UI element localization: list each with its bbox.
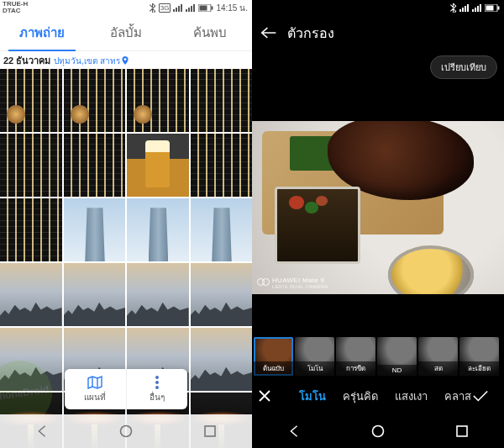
tab-photos[interactable]: ภาพถ่าย <box>0 15 84 50</box>
filter-label: ละเอียด <box>459 361 499 376</box>
filter-thumb-2[interactable]: การขีด <box>336 337 375 376</box>
battery-icon <box>198 4 213 12</box>
svg-rect-21 <box>472 9 474 12</box>
category-item[interactable]: แสงเงา <box>395 387 428 405</box>
svg-rect-7 <box>193 4 195 12</box>
nav-recent-icon[interactable] <box>202 423 218 440</box>
filter-editor-screen: ตัวกรอง เปรียบเทียบ HUAWEI Mate 9 LEICA … <box>252 0 504 448</box>
photo-thumb[interactable] <box>191 198 253 261</box>
photo-thumb[interactable] <box>0 69 62 132</box>
nav-home-icon[interactable] <box>370 423 386 440</box>
filter-thumb-0[interactable]: ต้นฉบับ <box>254 337 293 376</box>
android-nav-bar <box>252 414 504 448</box>
filter-strip[interactable]: ต้นฉบับโมโนการขีดNDสดละเอียด <box>252 337 504 377</box>
edited-photo: HUAWEI Mate 9 LEICA DUAL CAMERA <box>252 121 504 294</box>
back-button[interactable] <box>255 26 282 40</box>
editor-header: ตัวกรอง <box>252 15 504 50</box>
map-icon <box>87 376 102 389</box>
photo-thumb[interactable] <box>191 328 253 391</box>
photo-thumb[interactable] <box>0 198 62 261</box>
photo-thumb[interactable] <box>0 263 62 326</box>
category-list[interactable]: โมโนครุ่นคิดแสงเงาคลาส <box>284 387 472 405</box>
nav-recent-icon[interactable] <box>454 423 470 440</box>
filter-thumb-4[interactable]: สด <box>418 337 458 376</box>
camera-watermark: HUAWEI Mate 9 LEICA DUAL CAMERA <box>257 277 328 289</box>
photo-canvas[interactable]: HUAWEI Mate 9 LEICA DUAL CAMERA <box>252 77 504 337</box>
svg-rect-19 <box>465 6 466 12</box>
category-item[interactable]: ครุ่นคิด <box>343 387 378 405</box>
android-nav-bar <box>0 414 252 448</box>
svg-rect-24 <box>480 4 481 12</box>
tab-discover[interactable]: ค้นพบ <box>168 15 252 50</box>
cancel-button[interactable] <box>257 388 284 403</box>
gallery-tabs: ภาพถ่าย อัลบั้ม ค้นพบ <box>0 15 252 51</box>
photo-thumb[interactable] <box>64 134 126 197</box>
carrier-label: TRUE-H DTAC <box>3 1 28 14</box>
svg-rect-10 <box>212 6 213 9</box>
svg-rect-16 <box>205 426 215 436</box>
svg-point-14 <box>155 386 159 389</box>
svg-rect-29 <box>457 426 467 436</box>
filter-label: ND <box>377 365 417 376</box>
svg-point-15 <box>121 426 132 437</box>
signal-bars-icon <box>472 4 482 12</box>
svg-rect-17 <box>459 9 461 12</box>
category-item[interactable]: คลาส <box>444 387 471 405</box>
nav-back-icon[interactable] <box>286 423 302 440</box>
bottom-action-pill: แผนที่ อื่นๆ <box>65 369 187 409</box>
filter-label: การขีด <box>336 361 375 376</box>
filter-thumb-5[interactable]: ละเอียด <box>459 337 499 376</box>
more-icon <box>155 376 160 389</box>
photo-thumb[interactable] <box>127 198 189 261</box>
svg-rect-0 <box>173 9 175 12</box>
compare-button[interactable]: เปรียบเทียบ <box>430 55 497 79</box>
signal-bars-icon <box>173 4 183 12</box>
svg-rect-9 <box>200 5 207 10</box>
svg-rect-5 <box>188 8 190 12</box>
svg-rect-20 <box>467 4 469 12</box>
photo-thumb[interactable] <box>0 134 62 197</box>
photo-thumb[interactable] <box>127 263 189 326</box>
section-header: 22 ธันวาคม ปทุมวัน,เขต สาทร <box>0 51 252 70</box>
svg-rect-18 <box>462 8 464 12</box>
nav-back-icon[interactable] <box>34 423 50 440</box>
svg-point-12 <box>155 376 159 379</box>
tab-albums[interactable]: อัลบั้ม <box>84 15 168 50</box>
photo-thumb[interactable] <box>191 263 253 326</box>
section-date: 22 ธันวาคม <box>3 53 50 68</box>
svg-rect-26 <box>486 5 494 10</box>
filter-category-bar: โมโนครุ่นคิดแสงเงาคลาส <box>252 377 504 414</box>
photo-thumb[interactable] <box>127 69 189 132</box>
photo-thumb[interactable] <box>191 134 253 197</box>
signal-bars-icon <box>186 4 196 12</box>
signal-icon: 3G <box>159 3 171 13</box>
more-button[interactable]: อื่นๆ <box>127 369 188 409</box>
svg-rect-27 <box>498 6 500 9</box>
map-button[interactable]: แผนที่ <box>65 369 127 409</box>
photo-thumb[interactable] <box>191 69 253 132</box>
svg-rect-3 <box>181 4 182 12</box>
photo-thumb[interactable] <box>64 69 126 132</box>
svg-rect-4 <box>186 9 187 12</box>
map-label: แผนที่ <box>84 391 106 403</box>
category-item[interactable]: โมโน <box>299 387 326 405</box>
bluetooth-icon <box>149 3 156 13</box>
section-location[interactable]: ปทุมวัน,เขต สาทร <box>54 55 129 67</box>
nav-home-icon[interactable] <box>118 423 134 440</box>
page-title: ตัวกรอง <box>287 23 334 44</box>
photo-thumb[interactable] <box>127 134 189 197</box>
filter-label: ต้นฉบับ <box>254 361 293 376</box>
bluetooth-icon <box>449 3 457 13</box>
filter-thumb-3[interactable]: ND <box>377 337 417 376</box>
svg-rect-22 <box>475 8 476 12</box>
filter-label: โมโน <box>295 361 334 376</box>
svg-point-11 <box>123 58 126 61</box>
gallery-screen: TRUE-H DTAC 3G 14:15 น. <box>0 0 252 448</box>
photo-thumb[interactable] <box>64 263 126 326</box>
confirm-button[interactable] <box>472 389 499 403</box>
svg-rect-23 <box>477 6 479 12</box>
filter-label: สด <box>418 361 458 376</box>
leica-rings-icon <box>257 278 270 287</box>
photo-thumb[interactable] <box>64 198 126 261</box>
filter-thumb-1[interactable]: โมโน <box>295 337 334 376</box>
